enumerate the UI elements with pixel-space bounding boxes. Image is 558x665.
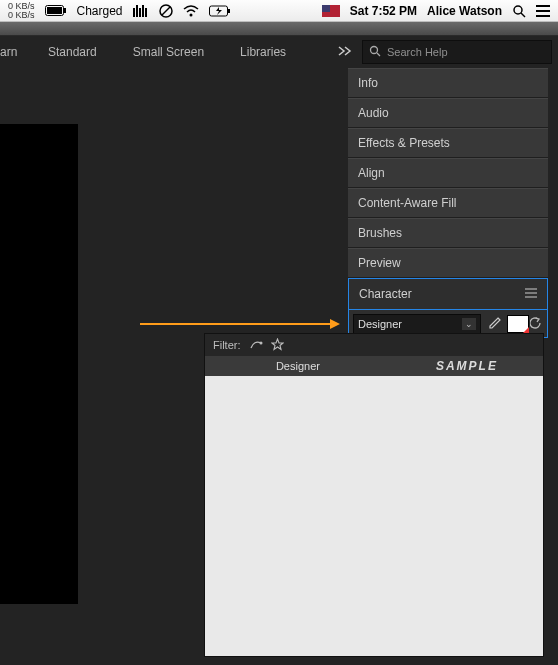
composition-viewer[interactable] xyxy=(0,124,78,604)
panel-preview[interactable]: Preview xyxy=(348,248,548,278)
tab-learn[interactable]: arn xyxy=(0,36,30,68)
svg-point-10 xyxy=(189,13,192,16)
panel-content-aware-fill[interactable]: Content-Aware Fill xyxy=(348,188,548,218)
wifi-icon[interactable] xyxy=(183,5,199,17)
font-family-value: Designer xyxy=(358,318,402,330)
panel-align[interactable]: Align xyxy=(348,158,548,188)
network-speed: 0 KB/s 0 KB/s xyxy=(8,2,35,20)
svg-line-9 xyxy=(162,7,170,15)
swap-colors-icon[interactable] xyxy=(529,315,543,333)
flag-icon[interactable] xyxy=(322,5,340,17)
menubar-user[interactable]: Alice Watson xyxy=(427,4,502,18)
svg-point-20 xyxy=(536,15,538,17)
font-family-select[interactable]: Designer ⌄ xyxy=(353,314,481,334)
font-sample-column: SAMPLE xyxy=(391,359,543,373)
svg-point-26 xyxy=(259,342,262,345)
tab-libraries[interactable]: Libraries xyxy=(222,36,304,68)
battery-icon[interactable] xyxy=(45,5,67,16)
annotation-arrow xyxy=(140,319,340,329)
svg-rect-2 xyxy=(64,8,66,13)
tab-small-screen[interactable]: Small Screen xyxy=(115,36,222,68)
svg-point-13 xyxy=(514,6,522,14)
filter-label: Filter: xyxy=(213,339,241,351)
search-help-input[interactable]: Search Help xyxy=(362,40,552,64)
svg-point-19 xyxy=(536,10,538,12)
dnd-icon[interactable] xyxy=(159,4,173,18)
panel-character-label: Character xyxy=(359,287,412,301)
panel-brushes[interactable]: Brushes xyxy=(348,218,548,248)
svg-rect-1 xyxy=(47,7,62,14)
svg-point-21 xyxy=(371,46,378,53)
favorite-filter-icon[interactable] xyxy=(271,338,284,353)
app-titlebar xyxy=(0,22,558,36)
tab-standard[interactable]: Standard xyxy=(30,36,115,68)
audio-bars-icon[interactable] xyxy=(133,5,149,17)
font-list-header: Designer SAMPLE xyxy=(205,356,543,376)
battery-label: Charged xyxy=(77,4,123,18)
typekit-filter-icon[interactable] xyxy=(249,338,263,352)
charging-icon[interactable] xyxy=(209,5,231,17)
panel-audio[interactable]: Audio xyxy=(348,98,548,128)
font-dropdown-popup: Filter: Designer SAMPLE xyxy=(204,333,544,657)
panel-stack: Info Audio Effects & Presets Align Conte… xyxy=(348,68,548,310)
svg-point-18 xyxy=(536,5,538,7)
spotlight-icon[interactable] xyxy=(512,4,526,18)
svg-rect-12 xyxy=(228,9,230,13)
font-list[interactable] xyxy=(205,376,543,656)
font-filter-bar: Filter: xyxy=(205,334,543,356)
svg-rect-3 xyxy=(133,8,135,17)
svg-rect-6 xyxy=(142,5,144,17)
workspace-tab-bar: arn Standard Small Screen Libraries Sear… xyxy=(0,36,558,68)
svg-line-14 xyxy=(521,13,525,17)
panel-character[interactable]: Character xyxy=(348,278,548,310)
svg-rect-7 xyxy=(145,8,147,17)
search-icon xyxy=(369,45,381,60)
list-icon[interactable] xyxy=(536,5,550,17)
more-tabs-icon[interactable] xyxy=(328,45,362,59)
panel-effects-presets[interactable]: Effects & Presets xyxy=(348,128,548,158)
svg-rect-5 xyxy=(139,8,141,17)
font-name-column: Designer xyxy=(205,360,391,372)
svg-line-22 xyxy=(377,53,380,56)
search-placeholder: Search Help xyxy=(387,46,448,58)
eyedropper-icon[interactable] xyxy=(485,315,503,333)
panel-info[interactable]: Info xyxy=(348,68,548,98)
panel-menu-icon[interactable] xyxy=(525,287,537,301)
fill-color-swatch[interactable] xyxy=(507,315,529,333)
svg-rect-4 xyxy=(136,5,138,17)
chevron-down-icon: ⌄ xyxy=(462,318,476,330)
menubar-datetime[interactable]: Sat 7:52 PM xyxy=(350,4,417,18)
macos-menubar: 0 KB/s 0 KB/s Charged Sat 7:52 PM Alice … xyxy=(0,0,558,22)
